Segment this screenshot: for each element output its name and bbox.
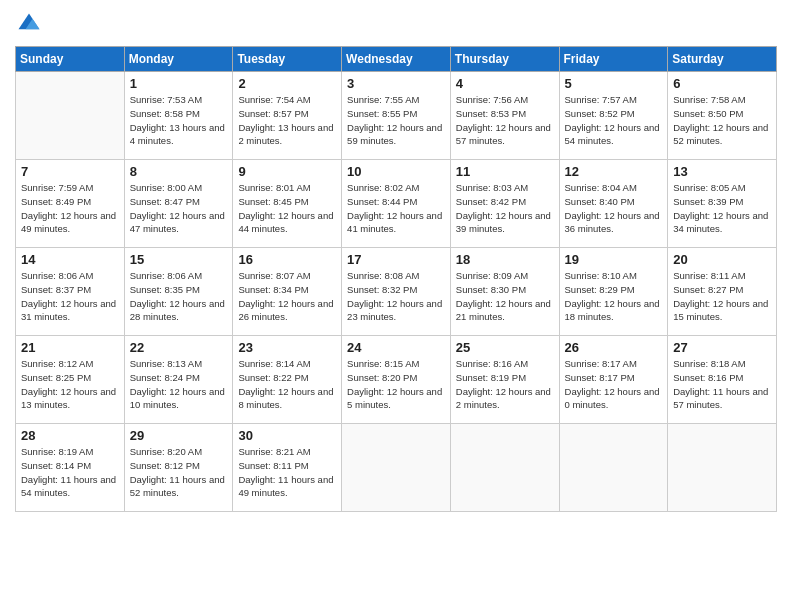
day-detail: Sunrise: 8:09 AM Sunset: 8:30 PM Dayligh… (456, 269, 554, 324)
day-number: 17 (347, 252, 445, 267)
day-number: 8 (130, 164, 228, 179)
calendar-cell: 9Sunrise: 8:01 AM Sunset: 8:45 PM Daylig… (233, 160, 342, 248)
calendar-cell: 1Sunrise: 7:53 AM Sunset: 8:58 PM Daylig… (124, 72, 233, 160)
calendar-cell: 11Sunrise: 8:03 AM Sunset: 8:42 PM Dayli… (450, 160, 559, 248)
calendar-cell: 5Sunrise: 7:57 AM Sunset: 8:52 PM Daylig… (559, 72, 668, 160)
day-number: 16 (238, 252, 336, 267)
day-number: 20 (673, 252, 771, 267)
logo (15, 10, 47, 38)
calendar-cell: 10Sunrise: 8:02 AM Sunset: 8:44 PM Dayli… (342, 160, 451, 248)
calendar-cell: 28Sunrise: 8:19 AM Sunset: 8:14 PM Dayli… (16, 424, 125, 512)
weekday-header-saturday: Saturday (668, 47, 777, 72)
day-number: 11 (456, 164, 554, 179)
calendar-cell: 18Sunrise: 8:09 AM Sunset: 8:30 PM Dayli… (450, 248, 559, 336)
calendar-cell: 13Sunrise: 8:05 AM Sunset: 8:39 PM Dayli… (668, 160, 777, 248)
calendar-cell (450, 424, 559, 512)
calendar-cell: 21Sunrise: 8:12 AM Sunset: 8:25 PM Dayli… (16, 336, 125, 424)
day-detail: Sunrise: 8:12 AM Sunset: 8:25 PM Dayligh… (21, 357, 119, 412)
day-number: 13 (673, 164, 771, 179)
day-number: 23 (238, 340, 336, 355)
calendar-cell (16, 72, 125, 160)
day-detail: Sunrise: 8:20 AM Sunset: 8:12 PM Dayligh… (130, 445, 228, 500)
day-detail: Sunrise: 8:21 AM Sunset: 8:11 PM Dayligh… (238, 445, 336, 500)
day-detail: Sunrise: 7:55 AM Sunset: 8:55 PM Dayligh… (347, 93, 445, 148)
calendar-cell: 6Sunrise: 7:58 AM Sunset: 8:50 PM Daylig… (668, 72, 777, 160)
calendar-cell: 17Sunrise: 8:08 AM Sunset: 8:32 PM Dayli… (342, 248, 451, 336)
day-number: 22 (130, 340, 228, 355)
calendar-cell: 2Sunrise: 7:54 AM Sunset: 8:57 PM Daylig… (233, 72, 342, 160)
calendar-cell: 3Sunrise: 7:55 AM Sunset: 8:55 PM Daylig… (342, 72, 451, 160)
day-number: 21 (21, 340, 119, 355)
day-detail: Sunrise: 8:17 AM Sunset: 8:17 PM Dayligh… (565, 357, 663, 412)
day-detail: Sunrise: 7:57 AM Sunset: 8:52 PM Dayligh… (565, 93, 663, 148)
day-number: 19 (565, 252, 663, 267)
day-number: 25 (456, 340, 554, 355)
day-number: 9 (238, 164, 336, 179)
day-number: 30 (238, 428, 336, 443)
calendar-cell: 30Sunrise: 8:21 AM Sunset: 8:11 PM Dayli… (233, 424, 342, 512)
day-detail: Sunrise: 8:10 AM Sunset: 8:29 PM Dayligh… (565, 269, 663, 324)
page-header (15, 10, 777, 38)
day-detail: Sunrise: 8:06 AM Sunset: 8:35 PM Dayligh… (130, 269, 228, 324)
calendar-cell: 19Sunrise: 8:10 AM Sunset: 8:29 PM Dayli… (559, 248, 668, 336)
day-detail: Sunrise: 8:01 AM Sunset: 8:45 PM Dayligh… (238, 181, 336, 236)
day-detail: Sunrise: 8:19 AM Sunset: 8:14 PM Dayligh… (21, 445, 119, 500)
day-detail: Sunrise: 8:15 AM Sunset: 8:20 PM Dayligh… (347, 357, 445, 412)
weekday-header-wednesday: Wednesday (342, 47, 451, 72)
calendar-cell: 7Sunrise: 7:59 AM Sunset: 8:49 PM Daylig… (16, 160, 125, 248)
calendar-table: SundayMondayTuesdayWednesdayThursdayFrid… (15, 46, 777, 512)
calendar-cell (668, 424, 777, 512)
day-number: 6 (673, 76, 771, 91)
calendar-cell: 24Sunrise: 8:15 AM Sunset: 8:20 PM Dayli… (342, 336, 451, 424)
calendar-cell: 15Sunrise: 8:06 AM Sunset: 8:35 PM Dayli… (124, 248, 233, 336)
day-number: 1 (130, 76, 228, 91)
weekday-header-thursday: Thursday (450, 47, 559, 72)
calendar-cell: 4Sunrise: 7:56 AM Sunset: 8:53 PM Daylig… (450, 72, 559, 160)
calendar-cell: 14Sunrise: 8:06 AM Sunset: 8:37 PM Dayli… (16, 248, 125, 336)
day-detail: Sunrise: 8:07 AM Sunset: 8:34 PM Dayligh… (238, 269, 336, 324)
day-number: 28 (21, 428, 119, 443)
day-detail: Sunrise: 8:16 AM Sunset: 8:19 PM Dayligh… (456, 357, 554, 412)
day-number: 24 (347, 340, 445, 355)
weekday-header-monday: Monday (124, 47, 233, 72)
day-number: 5 (565, 76, 663, 91)
calendar-cell: 29Sunrise: 8:20 AM Sunset: 8:12 PM Dayli… (124, 424, 233, 512)
day-detail: Sunrise: 7:59 AM Sunset: 8:49 PM Dayligh… (21, 181, 119, 236)
day-number: 14 (21, 252, 119, 267)
calendar-cell: 12Sunrise: 8:04 AM Sunset: 8:40 PM Dayli… (559, 160, 668, 248)
day-detail: Sunrise: 7:54 AM Sunset: 8:57 PM Dayligh… (238, 93, 336, 148)
calendar-cell: 20Sunrise: 8:11 AM Sunset: 8:27 PM Dayli… (668, 248, 777, 336)
day-number: 27 (673, 340, 771, 355)
day-detail: Sunrise: 7:53 AM Sunset: 8:58 PM Dayligh… (130, 93, 228, 148)
day-detail: Sunrise: 8:02 AM Sunset: 8:44 PM Dayligh… (347, 181, 445, 236)
day-number: 26 (565, 340, 663, 355)
day-number: 3 (347, 76, 445, 91)
day-number: 18 (456, 252, 554, 267)
day-detail: Sunrise: 8:03 AM Sunset: 8:42 PM Dayligh… (456, 181, 554, 236)
logo-icon (15, 10, 43, 38)
day-detail: Sunrise: 8:04 AM Sunset: 8:40 PM Dayligh… (565, 181, 663, 236)
calendar-cell: 16Sunrise: 8:07 AM Sunset: 8:34 PM Dayli… (233, 248, 342, 336)
day-detail: Sunrise: 8:14 AM Sunset: 8:22 PM Dayligh… (238, 357, 336, 412)
calendar-cell: 27Sunrise: 8:18 AM Sunset: 8:16 PM Dayli… (668, 336, 777, 424)
calendar-cell: 25Sunrise: 8:16 AM Sunset: 8:19 PM Dayli… (450, 336, 559, 424)
day-detail: Sunrise: 7:56 AM Sunset: 8:53 PM Dayligh… (456, 93, 554, 148)
day-number: 4 (456, 76, 554, 91)
weekday-header-sunday: Sunday (16, 47, 125, 72)
day-number: 10 (347, 164, 445, 179)
day-detail: Sunrise: 8:08 AM Sunset: 8:32 PM Dayligh… (347, 269, 445, 324)
calendar-cell: 23Sunrise: 8:14 AM Sunset: 8:22 PM Dayli… (233, 336, 342, 424)
day-number: 2 (238, 76, 336, 91)
weekday-header-friday: Friday (559, 47, 668, 72)
day-detail: Sunrise: 7:58 AM Sunset: 8:50 PM Dayligh… (673, 93, 771, 148)
calendar-cell (559, 424, 668, 512)
calendar-cell: 22Sunrise: 8:13 AM Sunset: 8:24 PM Dayli… (124, 336, 233, 424)
day-number: 15 (130, 252, 228, 267)
calendar-cell (342, 424, 451, 512)
day-detail: Sunrise: 8:13 AM Sunset: 8:24 PM Dayligh… (130, 357, 228, 412)
calendar-cell: 8Sunrise: 8:00 AM Sunset: 8:47 PM Daylig… (124, 160, 233, 248)
day-number: 29 (130, 428, 228, 443)
day-number: 7 (21, 164, 119, 179)
day-detail: Sunrise: 8:06 AM Sunset: 8:37 PM Dayligh… (21, 269, 119, 324)
weekday-header-tuesday: Tuesday (233, 47, 342, 72)
